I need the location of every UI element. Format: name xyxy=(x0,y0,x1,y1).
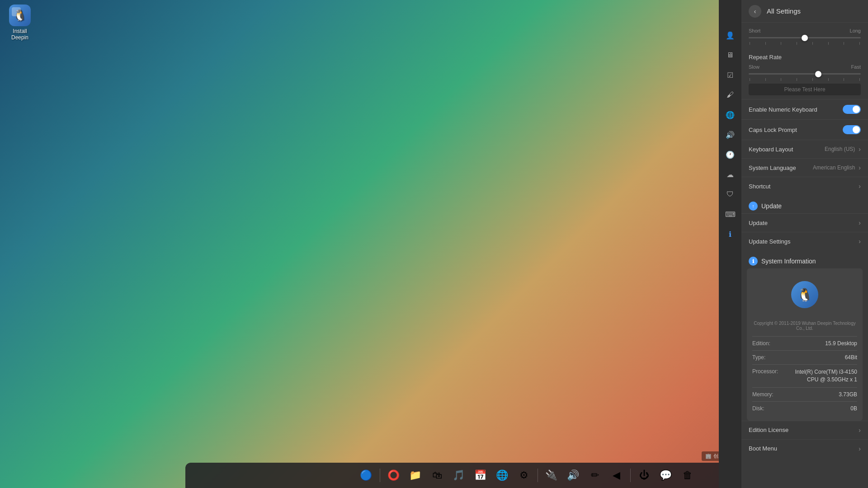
taskbar-pen[interactable]: ✏ xyxy=(585,465,605,485)
enable-numeric-keyboard-knob xyxy=(853,106,860,113)
settings-title: All Settings xyxy=(767,7,801,15)
update-section-icon: ↑ xyxy=(749,202,758,211)
repeat-rate-slider-thumb[interactable] xyxy=(815,71,821,77)
system-language-value: American English xyxy=(813,164,855,171)
taskbar-calendar[interactable]: 📅 xyxy=(471,465,491,485)
keyboard-layout-chevron-icon: › xyxy=(859,145,861,153)
taskbar-deepin-launcher[interactable]: 🔵 xyxy=(356,465,376,485)
processor-key: Processor: xyxy=(752,368,778,384)
repeat-rate-label: Repeat Rate xyxy=(749,54,861,61)
test-input-field[interactable] xyxy=(749,84,861,95)
system-language-label: System Language xyxy=(749,164,796,171)
memory-row: Memory: 3.73GB xyxy=(752,387,857,401)
delay-slider-track[interactable] xyxy=(749,37,861,38)
settings-header: ‹ All Settings xyxy=(741,0,868,23)
taskbar-separator-2 xyxy=(538,469,538,482)
copyright-text: Copyright © 2011-2019 Wuhan Deepin Techn… xyxy=(752,319,857,334)
taskbar-usb[interactable]: 🔌 xyxy=(542,465,561,485)
sidebar-icon-checkbox[interactable]: ☑ xyxy=(722,67,738,83)
update-settings-item[interactable]: Update Settings › xyxy=(741,232,868,250)
update-settings-label: Update Settings xyxy=(749,238,791,245)
enable-numeric-keyboard-toggle[interactable] xyxy=(843,105,861,114)
sidebar-icon-monitor[interactable]: 🖥 xyxy=(722,47,738,63)
taskbar-screenshot[interactable]: ⭕ xyxy=(384,465,404,485)
disk-row: Disk: 0B xyxy=(752,401,857,415)
settings-content: Short Long Repeat Rate Slow Fast xyxy=(741,23,868,488)
repeat-rate-section: Short Long xyxy=(741,23,868,48)
boot-menu-label: Boot Menu xyxy=(749,445,777,452)
disk-key: Disk: xyxy=(752,405,764,412)
delay-slider-thumb[interactable] xyxy=(802,35,808,41)
taskbar-power[interactable]: ⏻ xyxy=(634,465,654,485)
taskbar-settings[interactable]: ⚙ xyxy=(514,465,534,485)
sidebar-icon-cloud[interactable]: ☁ xyxy=(722,166,738,183)
memory-key: Memory: xyxy=(752,391,774,398)
shortcut-item[interactable]: Shortcut › xyxy=(741,177,868,195)
shortcut-chevron-icon: › xyxy=(859,183,861,190)
taskbar-file-manager[interactable]: 📁 xyxy=(406,465,425,485)
edition-license-item[interactable]: Edition License › xyxy=(741,421,868,439)
disk-value: 0B xyxy=(850,405,857,412)
install-label-line1: Install xyxy=(13,28,27,34)
install-deepin-icon-image: 🐧 xyxy=(9,5,31,26)
repeat-rate-slider-section: Repeat Rate Slow Fast xyxy=(741,48,868,99)
long-label: Long xyxy=(850,28,861,33)
taskbar-separator-1 xyxy=(380,469,380,482)
boot-menu-item[interactable]: Boot Menu › xyxy=(741,439,868,458)
caps-lock-prompt-label: Caps Lock Prompt xyxy=(749,127,797,133)
system-info-section-header: ℹ System Information xyxy=(741,250,868,268)
repeat-rate-slider-track[interactable] xyxy=(749,73,861,75)
keyboard-layout-right: English (US) › xyxy=(825,145,861,153)
system-language-right: American English › xyxy=(813,164,861,171)
slow-label: Slow xyxy=(749,64,760,70)
deepin-logo: 🐧 xyxy=(791,281,818,308)
edition-key: Edition: xyxy=(752,340,770,347)
keyboard-layout-item[interactable]: Keyboard Layout English (US) › xyxy=(741,140,868,158)
short-label: Short xyxy=(749,28,760,33)
update-label: Update xyxy=(749,220,768,226)
sidebar-icon-brush[interactable]: 🖌 xyxy=(722,87,738,103)
keyboard-layout-value: English (US) xyxy=(825,146,855,152)
enable-numeric-keyboard-row: Enable Numeric Keyboard xyxy=(741,99,868,119)
sidebar-icon-shield[interactable]: 🛡 xyxy=(722,186,738,202)
settings-panel: ‹ All Settings Short Long Repeat Rate Sl… xyxy=(741,0,868,488)
caps-lock-prompt-knob xyxy=(853,126,860,133)
sidebar-icon-globe[interactable]: 🌐 xyxy=(722,107,738,123)
processor-row: Processor: Intel(R) Core(TM) i3-4150 CPU… xyxy=(752,364,857,387)
sysinfo-logo: 🐧 xyxy=(752,274,857,315)
sidebar-icon-clock[interactable]: 🕐 xyxy=(722,146,738,163)
update-item[interactable]: Update › xyxy=(741,213,868,232)
memory-value: 3.73GB xyxy=(839,391,857,398)
sidebar-icon-volume[interactable]: 🔊 xyxy=(722,127,738,143)
processor-value: Intel(R) Core(TM) i3-4150 CPU @ 3.50GHz … xyxy=(785,368,857,384)
shortcut-label: Shortcut xyxy=(749,183,770,190)
taskbar-volume[interactable]: 🔊 xyxy=(563,465,583,485)
settings-back-button[interactable]: ‹ xyxy=(749,5,761,18)
watermark-icon: 🏢 xyxy=(705,453,712,459)
taskbar-appstore[interactable]: 🛍 xyxy=(427,465,447,485)
fast-label: Fast xyxy=(851,64,861,70)
sidebar-icon-info[interactable]: ℹ xyxy=(722,226,738,242)
edition-license-label: Edition License xyxy=(749,427,788,433)
taskbar-back[interactable]: ◀ xyxy=(607,465,627,485)
sidebar-icon-keyboard[interactable]: ⌨ xyxy=(722,206,738,222)
taskbar-chrome[interactable]: 🌐 xyxy=(492,465,512,485)
edition-value: 15.9 Desktop xyxy=(825,340,857,347)
taskbar-separator-3 xyxy=(630,469,631,482)
update-section-title: Update xyxy=(761,202,782,210)
taskbar-trash[interactable]: 🗑 xyxy=(678,465,698,485)
type-row: Type: 64Bit xyxy=(752,350,857,364)
type-key: Type: xyxy=(752,354,765,361)
sidebar-icon-person[interactable]: 👤 xyxy=(722,27,738,43)
caps-lock-prompt-toggle[interactable] xyxy=(843,125,861,134)
taskbar-music[interactable]: 🎵 xyxy=(449,465,469,485)
keyboard-layout-label: Keyboard Layout xyxy=(749,146,793,153)
edition-row: Edition: 15.9 Desktop xyxy=(752,336,857,350)
taskbar-wechat[interactable]: 💬 xyxy=(656,465,676,485)
update-section-header: ↑ Update xyxy=(741,195,868,213)
desktop-install-icon[interactable]: 🐧 Install Deepin xyxy=(9,5,31,41)
system-language-chevron-icon: › xyxy=(859,164,861,171)
system-info-title: System Information xyxy=(761,258,816,265)
system-language-item[interactable]: System Language American English › xyxy=(741,158,868,177)
update-chevron-icon: › xyxy=(859,219,861,226)
